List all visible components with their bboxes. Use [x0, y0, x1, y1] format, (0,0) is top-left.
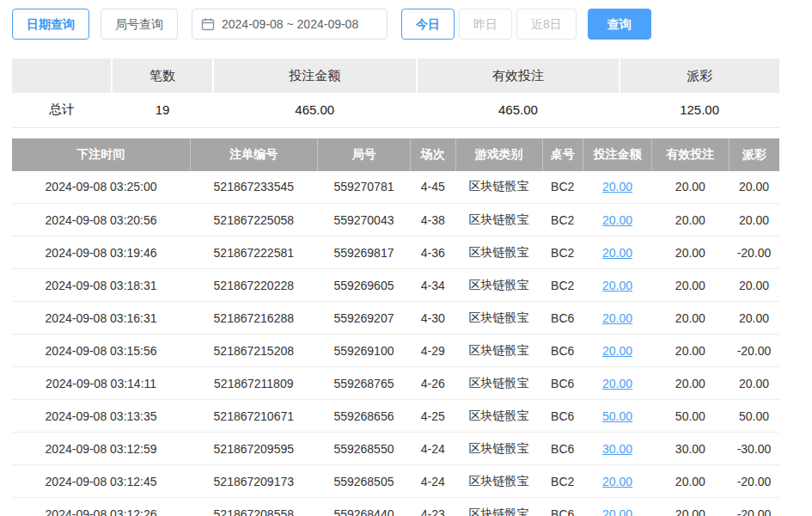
records-table: 下注时间 注单编号 局号 场次 游戏类别 桌号 投注金额 有效投注 派彩 202…: [12, 138, 779, 516]
game-type-cell: 区块链骰宝: [455, 367, 542, 400]
table-number-cell: BC6: [542, 302, 583, 335]
table-row: 2024-09-08 03:12:26521867208558559268440…: [12, 498, 779, 516]
payout-cell: -20.00: [729, 335, 779, 367]
table-row: 2024-09-08 03:25:00521867233545559270781…: [12, 171, 779, 204]
round-number-cell: 559268765: [317, 367, 410, 400]
order-number-cell: 521867209173: [190, 465, 317, 498]
date-range-picker[interactable]: 2024-09-08 ~ 2024-09-08: [192, 9, 388, 40]
round-number-cell: 559270781: [317, 171, 410, 204]
payout-cell: -20.00: [729, 465, 779, 498]
summary-col-count: 笔数: [112, 58, 213, 93]
round-number-cell: 559268550: [317, 433, 410, 465]
col-header-payout: 派彩: [729, 138, 779, 171]
records-header-row: 下注时间 注单编号 局号 场次 游戏类别 桌号 投注金额 有效投注 派彩: [12, 138, 779, 171]
game-type-cell: 区块链骰宝: [455, 236, 542, 269]
table-number-cell: BC6: [542, 400, 583, 433]
valid-bet-cell: 20.00: [652, 498, 729, 516]
bet-amount-cell: 20.00: [583, 498, 651, 516]
summary-col-bet-amount: 投注金额: [213, 58, 417, 93]
query-button[interactable]: 查询: [588, 9, 651, 40]
valid-bet-cell: 30.00: [652, 433, 729, 465]
summary-total-count: 19: [112, 93, 213, 127]
bet-amount-cell: 50.00: [583, 400, 651, 433]
session-cell: 4-45: [410, 171, 455, 204]
bet-amount-cell: 20.00: [583, 367, 651, 400]
bet-amount-link[interactable]: 20.00: [602, 377, 632, 390]
summary-col-payout: 派彩: [620, 58, 779, 93]
table-number-cell: BC6: [542, 433, 583, 465]
today-button[interactable]: 今日: [401, 9, 455, 40]
order-number-cell: 521867210671: [190, 400, 317, 433]
bet-amount-link[interactable]: 20.00: [602, 180, 632, 194]
order-number-cell: 521867225058: [190, 204, 317, 236]
table-number-cell: BC2: [542, 236, 583, 269]
summary-table: 笔数 投注金额 有效投注 派彩 总计 19 465.00 465.00 125.…: [12, 58, 779, 128]
bet-amount-cell: 20.00: [583, 171, 651, 204]
date-query-tab[interactable]: 日期查询: [12, 9, 89, 40]
table-number-cell: BC6: [542, 367, 583, 400]
col-header-bet-amount: 投注金额: [583, 138, 651, 171]
bet-amount-cell: 20.00: [583, 236, 651, 269]
table-row: 2024-09-08 03:20:56521867225058559270043…: [12, 204, 779, 236]
valid-bet-cell: 20.00: [652, 302, 729, 335]
bet-amount-cell: 20.00: [583, 269, 651, 302]
table-row: 2024-09-08 03:12:59521867209595559268550…: [12, 433, 779, 465]
round-query-tab[interactable]: 局号查询: [101, 9, 178, 40]
bet-amount-link[interactable]: 30.00: [602, 442, 632, 456]
valid-bet-cell: 20.00: [652, 171, 729, 204]
round-number-cell: 559269605: [317, 269, 410, 302]
session-cell: 4-29: [410, 335, 455, 367]
session-cell: 4-25: [410, 400, 455, 433]
order-number-cell: 521867233545: [190, 171, 317, 204]
bet-amount-cell: 20.00: [583, 335, 651, 367]
col-header-game-type: 游戏类别: [455, 138, 542, 171]
bet-amount-link[interactable]: 20.00: [602, 475, 632, 488]
summary-header-row: 笔数 投注金额 有效投注 派彩: [12, 58, 779, 93]
summary-total-label: 总计: [12, 93, 112, 127]
bet-time-cell: 2024-09-08 03:13:35: [12, 400, 190, 433]
table-row: 2024-09-08 03:18:31521867220228559269605…: [12, 269, 779, 302]
calendar-icon: [201, 17, 215, 31]
bet-time-cell: 2024-09-08 03:15:56: [12, 335, 190, 367]
order-number-cell: 521867208558: [190, 498, 317, 516]
session-cell: 4-38: [410, 204, 455, 236]
payout-cell: 20.00: [729, 302, 779, 335]
bet-amount-link[interactable]: 20.00: [602, 344, 632, 358]
round-number-cell: 559269817: [317, 236, 410, 269]
table-number-cell: BC2: [542, 204, 583, 236]
table-row: 2024-09-08 03:15:56521867215208559269100…: [12, 335, 779, 367]
payout-cell: -20.00: [729, 498, 779, 516]
valid-bet-cell: 20.00: [652, 335, 729, 367]
table-number-cell: BC6: [542, 335, 583, 367]
bet-amount-link[interactable]: 20.00: [602, 246, 632, 260]
session-cell: 4-30: [410, 302, 455, 335]
yesterday-button[interactable]: 昨日: [459, 9, 512, 40]
summary-total-row: 总计 19 465.00 465.00 125.00: [12, 93, 779, 127]
last8days-button[interactable]: 近8日: [516, 9, 577, 40]
order-number-cell: 521867222581: [190, 236, 317, 269]
records-page: 日期查询 局号查询 2024-09-08 ~ 2024-09-08 今日 昨日 …: [0, 0, 791, 516]
bet-amount-link[interactable]: 20.00: [602, 213, 632, 227]
col-header-table-number: 桌号: [542, 138, 583, 171]
bet-time-cell: 2024-09-08 03:12:45: [12, 465, 190, 498]
session-cell: 4-24: [410, 433, 455, 465]
bet-amount-link[interactable]: 20.00: [602, 311, 632, 325]
toolbar: 日期查询 局号查询 2024-09-08 ~ 2024-09-08 今日 昨日 …: [12, 9, 791, 40]
payout-cell: 50.00: [729, 400, 779, 433]
bet-amount-link[interactable]: 20.00: [602, 507, 632, 516]
bet-time-cell: 2024-09-08 03:19:46: [12, 236, 190, 269]
bet-amount-link[interactable]: 20.00: [602, 279, 632, 292]
game-type-cell: 区块链骰宝: [455, 400, 542, 433]
valid-bet-cell: 20.00: [652, 367, 729, 400]
payout-cell: 20.00: [729, 367, 779, 400]
bet-amount-link[interactable]: 50.00: [602, 409, 632, 423]
col-header-valid-bet: 有效投注: [652, 138, 729, 171]
col-header-order-number: 注单编号: [190, 138, 317, 171]
valid-bet-cell: 20.00: [652, 269, 729, 302]
valid-bet-cell: 20.00: [652, 465, 729, 498]
game-type-cell: 区块链骰宝: [455, 302, 542, 335]
bet-amount-cell: 20.00: [583, 302, 651, 335]
summary-col-empty: [12, 58, 112, 93]
order-number-cell: 521867209595: [190, 433, 317, 465]
summary-col-valid-bet: 有效投注: [417, 58, 620, 93]
